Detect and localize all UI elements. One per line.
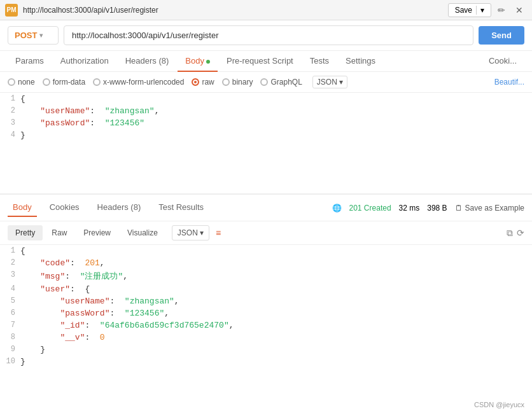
save-icon: 🗒 [455, 204, 463, 212]
radio-raw[interactable] [192, 78, 199, 86]
format-actions: ⧉ ⟳ [507, 228, 524, 239]
method-dropdown-arrow: ▾ [39, 32, 43, 39]
format-tab-preview[interactable]: Preview [76, 225, 118, 240]
save-example-label: Save as Example [465, 204, 524, 212]
beautify-button[interactable]: Beautif... [494, 78, 524, 87]
response-line-3: 3 "msg": "注册成功", [0, 269, 532, 283]
radio-none[interactable] [8, 78, 15, 86]
radio-graphql[interactable] [260, 78, 268, 86]
status-globe-icon: 🌐 [332, 204, 342, 212]
response-json-label: JSON [178, 228, 198, 237]
edit-icon-button[interactable]: ✏ [494, 3, 509, 18]
response-tab-test-results[interactable]: Test Results [153, 199, 209, 217]
response-json-arrow: ▾ [200, 228, 204, 237]
response-body[interactable]: 1 { 2 "code": 201, 3 "msg": "注册成功", 4 "u… [0, 245, 532, 379]
option-graphql[interactable]: GraphQL [260, 78, 302, 87]
tab-settings[interactable]: Settings [338, 51, 383, 72]
tab-pre-request[interactable]: Pre-request Script [219, 51, 301, 72]
response-header: Body Cookies Headers (8) Test Results 🌐 … [0, 195, 532, 221]
filter-icon[interactable]: ≡ [216, 228, 221, 238]
titlebar-actions: Save ▾ ✏ ✕ [448, 3, 527, 18]
titlebar: PM http://localhost:3000/api/v1/user/reg… [0, 0, 532, 20]
radio-form-data[interactable] [43, 78, 50, 86]
request-line-3: 3 "passWord": "123456" [0, 117, 532, 129]
tab-tests[interactable]: Tests [302, 51, 337, 72]
tab-cookies[interactable]: Cooki... [481, 51, 524, 72]
response-status: 🌐 201 Created 32 ms 398 B 🗒 Save as Exam… [332, 204, 524, 212]
method-select[interactable]: POST ▾ [8, 26, 59, 45]
url-input[interactable] [64, 25, 473, 45]
option-raw[interactable]: raw [192, 78, 214, 87]
titlebar-url: http://localhost:3000/api/v1/user/regist… [23, 6, 443, 15]
response-line-5: 5 "userName": "zhangsan", [0, 295, 532, 307]
response-tab-body[interactable]: Body [8, 199, 37, 217]
body-options: none form-data x-www-form-urlencoded raw… [0, 72, 532, 93]
request-line-2: 2 "userName": "zhangsan", [0, 105, 532, 117]
save-label: Save [455, 6, 472, 15]
url-bar: POST ▾ Send [0, 20, 532, 51]
response-line-8: 8 "__v": 0 [0, 331, 532, 344]
status-code: 201 Created [349, 204, 391, 212]
request-line-4: 4 } [0, 129, 532, 141]
response-json-select[interactable]: JSON ▾ [172, 225, 209, 240]
response-tab-headers[interactable]: Headers (8) [92, 199, 146, 217]
response-size: 398 B [427, 204, 447, 212]
app-icon: PM [5, 4, 18, 17]
option-form-data[interactable]: form-data [43, 78, 85, 87]
footer: CSDN @jieyucx [466, 398, 532, 411]
send-button[interactable]: Send [479, 26, 524, 45]
save-button[interactable]: Save ▾ [448, 3, 491, 17]
response-line-9: 9 } [0, 344, 532, 356]
expand-button[interactable]: ⟳ [517, 228, 524, 239]
format-tab-raw[interactable]: Raw [44, 225, 74, 240]
option-binary[interactable]: binary [222, 78, 253, 87]
option-urlencoded[interactable]: x-www-form-urlencoded [93, 78, 184, 87]
radio-urlencoded[interactable] [93, 78, 101, 86]
request-line-1: 1 { [0, 93, 532, 105]
format-tab-visualize[interactable]: Visualize [120, 225, 165, 240]
option-none[interactable]: none [8, 78, 35, 87]
response-line-6: 6 "passWord": "123456", [0, 307, 532, 319]
tab-body[interactable]: Body [178, 51, 218, 72]
json-select-label: JSON [317, 78, 337, 87]
response-line-1: 1 { [0, 245, 532, 257]
tab-params[interactable]: Params [8, 51, 52, 72]
method-label: POST [15, 31, 37, 40]
copy-button[interactable]: ⧉ [507, 228, 513, 239]
response-time: 32 ms [399, 204, 420, 212]
save-example-button[interactable]: 🗒 Save as Example [455, 204, 524, 212]
json-select-arrow: ▾ [339, 78, 343, 87]
response-line-7: 7 "_id": "64af6b6a6d59cf3d765e2470", [0, 319, 532, 331]
response-line-4: 4 "user": { [0, 283, 532, 295]
tab-authorization[interactable]: Authorization [53, 51, 116, 72]
close-icon-button[interactable]: ✕ [512, 3, 527, 18]
footer-text: CSDN @jieyucx [474, 401, 524, 408]
request-tabs: Params Authorization Headers (8) Body Pr… [0, 51, 532, 72]
response-tab-cookies[interactable]: Cookies [45, 199, 85, 217]
body-dot [206, 60, 210, 64]
radio-binary[interactable] [222, 78, 230, 86]
json-type-select[interactable]: JSON ▾ [312, 76, 347, 88]
response-line-10: 10 } [0, 356, 532, 368]
format-tabs: Pretty Raw Preview Visualize JSON ▾ ≡ ⧉ … [0, 221, 532, 245]
save-dropdown-arrow[interactable]: ▾ [476, 6, 484, 15]
format-tab-pretty[interactable]: Pretty [8, 225, 43, 240]
response-line-2: 2 "code": 201, [0, 257, 532, 269]
tab-headers[interactable]: Headers (8) [118, 51, 177, 72]
request-body-editor[interactable]: 1 { 2 "userName": "zhangsan", 3 "passWor… [0, 93, 532, 195]
